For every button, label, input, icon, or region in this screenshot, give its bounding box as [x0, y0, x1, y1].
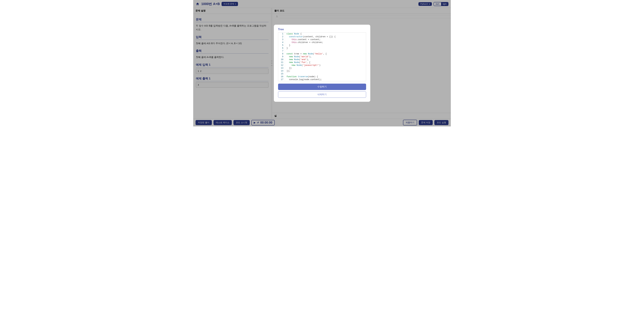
delete-button[interactable]: 삭제하기	[278, 91, 366, 98]
code-line: 5 }	[278, 44, 366, 47]
line-number: 9	[278, 55, 285, 58]
line-content: }	[285, 47, 288, 50]
snippet-code-box[interactable]: 1class Node {2 constructor(content, chil…	[278, 33, 366, 81]
line-content: const tree = new Node('hello', [	[285, 53, 327, 55]
line-number: 16	[278, 75, 285, 78]
line-number: 10	[278, 58, 285, 61]
code-line: 6}	[278, 47, 366, 50]
modal-overlay[interactable]: Tree 1class Node {2 constructor(content,…	[193, 0, 451, 126]
modal-title: Tree	[278, 28, 366, 31]
line-number: 14	[278, 70, 285, 73]
line-content: this.content = content;	[285, 38, 321, 41]
line-number: 11	[278, 61, 285, 64]
code-line: 10 new Node('and'),	[278, 58, 366, 61]
code-line: 11 new Node('fun', [	[278, 61, 366, 64]
snippet-modal: Tree 1class Node {2 constructor(content,…	[274, 25, 370, 102]
line-content: this.children = children;	[285, 41, 323, 44]
line-content: new Node('and'),	[285, 58, 309, 61]
line-number: 12	[278, 64, 285, 67]
code-line: 8const tree = new Node('hello', [	[278, 53, 366, 55]
line-number: 5	[278, 44, 285, 47]
line-number: 13	[278, 67, 285, 70]
line-number: 7	[278, 50, 285, 53]
line-number: 1	[278, 33, 285, 36]
code-line: 17 console.log(node.content);	[278, 78, 366, 81]
line-content: new Node('javascript!')	[285, 64, 321, 67]
line-content: new Node('fun', [	[285, 61, 310, 64]
code-line: 12 new Node('javascript!')	[278, 64, 366, 67]
line-content: ]);	[285, 70, 290, 73]
line-number: 2	[278, 36, 285, 38]
line-content: constructor(content, children = []) {	[285, 36, 336, 38]
line-content: new Node('world'),	[285, 55, 312, 58]
code-line: 13 ])	[278, 67, 366, 70]
line-content: }	[285, 44, 290, 47]
code-line: 15	[278, 73, 366, 75]
code-line: 9 new Node('world'),	[278, 55, 366, 58]
line-content: function traverse(node) {	[285, 75, 318, 78]
line-number: 15	[278, 73, 285, 75]
code-line: 16function traverse(node) {	[278, 75, 366, 78]
code-line: 3 this.content = content;	[278, 38, 366, 41]
line-number: 17	[278, 78, 285, 81]
line-number: 6	[278, 47, 285, 50]
line-number: 3	[278, 38, 285, 41]
line-content	[285, 73, 286, 75]
line-content	[285, 50, 286, 53]
line-number: 8	[278, 53, 285, 55]
line-number: 4	[278, 41, 285, 44]
code-line: 14]);	[278, 70, 366, 73]
code-line: 2 constructor(content, children = []) {	[278, 36, 366, 38]
code-line: 7	[278, 50, 366, 53]
line-content: ])	[285, 67, 292, 70]
line-content: class Node {	[285, 33, 302, 36]
code-line: 4 this.children = children;	[278, 41, 366, 44]
code-line: 1class Node {	[278, 33, 366, 36]
edit-button[interactable]: 수정하기	[278, 84, 366, 90]
line-content: console.log(node.content);	[285, 78, 322, 81]
